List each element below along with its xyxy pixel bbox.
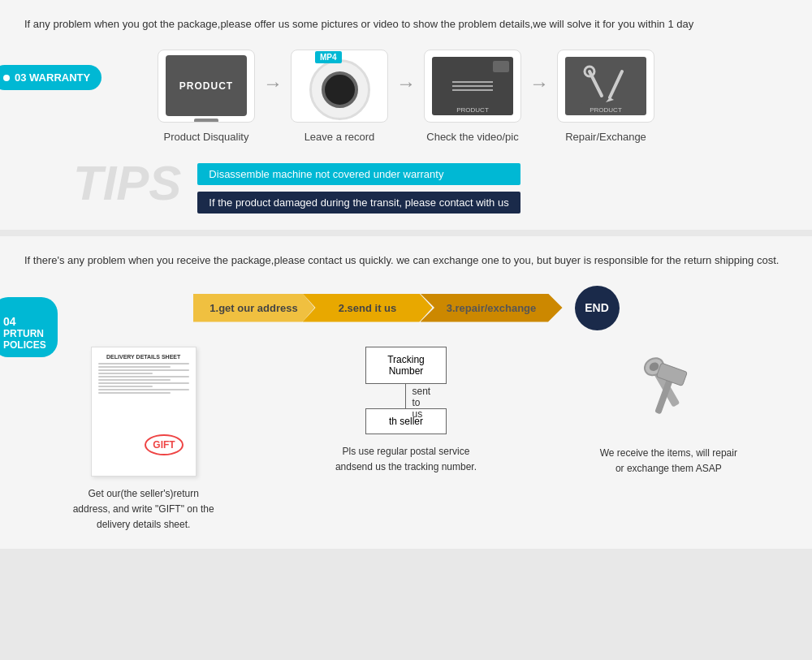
arrow-3: → <box>529 72 549 95</box>
step-check-video: PRODUCT Check the video/pic <box>424 50 521 143</box>
sent-label: sent to us <box>412 386 430 420</box>
step1-label: Product Disquality <box>164 131 249 143</box>
col2-description: Pls use regular postal service andsend u… <box>333 444 479 475</box>
camera-lens <box>322 71 358 108</box>
gift-badge: GIFT <box>145 434 183 455</box>
repair-icon-box: PRODUCT <box>557 50 654 123</box>
repair-tools-icon <box>624 347 713 436</box>
video-icon: PRODUCT <box>432 57 513 115</box>
col3-description: We receive the items, will repair or exc… <box>595 446 741 477</box>
badge-dot <box>3 75 10 81</box>
step-repair-exchange: PRODUCT Repair/Exchange <box>557 50 654 143</box>
step2-label: Leave a record <box>304 131 375 143</box>
seller-box: th seller <box>365 408 447 434</box>
col1-description: Get our(the seller's)return address, and… <box>71 486 217 533</box>
step-repair-exchange-2: 3.repair/exchange <box>421 294 563 322</box>
return-badge: 04 PRTURN POLICES <box>0 297 58 357</box>
arrow-1: → <box>263 72 283 95</box>
step3-label: Check the video/pic <box>426 131 518 143</box>
video-lines <box>452 81 493 91</box>
video-icon-box: PRODUCT <box>424 50 521 123</box>
sheet-lines <box>98 363 189 394</box>
product-disquality-icon-box: PRODUCT <box>158 50 255 123</box>
col-tracking: Tracking Number sent to us th seller Pls… <box>287 347 525 533</box>
tips-notices: Disassemble machine not covered under wa… <box>197 163 520 214</box>
warranty-badge: 03 WARRANTY <box>0 65 102 90</box>
step-end: END <box>575 286 620 330</box>
warranty-process-row: PRODUCT Product Disquality → MP4 Leave a… <box>24 50 788 143</box>
arrow-2: → <box>396 72 416 95</box>
col-repair: We receive the items, will repair or exc… <box>550 347 788 533</box>
tracking-number-box: Tracking Number <box>365 347 447 384</box>
mp4-camera-icon: MP4 <box>303 55 376 116</box>
tracking-flow: Tracking Number sent to us th seller <box>365 347 447 434</box>
tracking-connector: sent to us <box>405 384 406 408</box>
notice-transit: If the product damaged during the transi… <box>197 192 520 214</box>
delivery-sheet-icon: DELIVERY DETAILS SHEET GIFT <box>91 347 197 477</box>
step-product-disquality: PRODUCT Product Disquality <box>158 50 255 143</box>
step-send-it: 2.send it us <box>303 294 433 322</box>
sheet-title: DELIVERY DETAILS SHEET <box>98 354 189 360</box>
notice-disassemble: Disassemble machine not covered under wa… <box>197 163 520 185</box>
step-leave-record: MP4 Leave a record <box>291 50 388 143</box>
col-delivery: DELIVERY DETAILS SHEET GIFT Get our(the … <box>24 347 262 533</box>
return-process-row: 1.get our address 2.send it us 3.repair/… <box>24 286 788 330</box>
video-thumb <box>493 61 509 72</box>
tools-svg <box>577 63 634 108</box>
tips-title: TIPS <box>73 159 181 208</box>
warranty-description: If any problem when you got the package,… <box>24 16 788 33</box>
product-icon: PRODUCT <box>166 55 247 116</box>
bottom-columns: DELIVERY DETAILS SHEET GIFT Get our(the … <box>24 347 788 533</box>
hammer-wrench-svg <box>624 347 713 436</box>
return-description: If there's any problem when you receive … <box>24 252 788 270</box>
camera-icon-box: MP4 <box>291 50 388 123</box>
camera-body <box>309 59 370 120</box>
step4-label: Repair/Exchange <box>565 131 646 143</box>
warranty-section: If any problem when you got the package,… <box>0 0 812 230</box>
tips-section: TIPS Disassemble machine not covered und… <box>73 159 788 214</box>
repair-icon: PRODUCT <box>565 57 646 115</box>
step-get-address: 1.get our address <box>193 294 315 322</box>
return-section: If there's any problem when you receive … <box>0 236 812 549</box>
